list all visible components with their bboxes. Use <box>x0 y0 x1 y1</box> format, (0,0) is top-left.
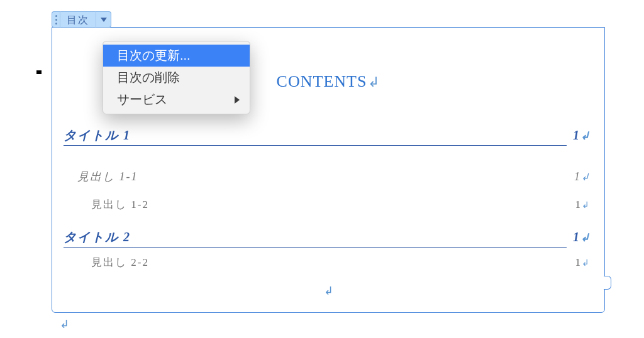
menu-item-services[interactable]: サービス <box>103 89 250 111</box>
toc-entry-page: 1 <box>574 170 580 183</box>
toc-entry-level2[interactable]: 見出し 1-1 1 ↲ <box>64 169 589 184</box>
toc-entry-level3[interactable]: 見出し 2-2 1 ↲ <box>64 255 589 270</box>
toc-entry-page: 1 <box>573 128 579 143</box>
return-mark-icon: ↲ <box>368 74 380 90</box>
chevron-right-icon <box>235 96 240 104</box>
paragraph-mark <box>36 70 42 74</box>
toc-entry-label: 見出し 1-1 <box>64 169 138 184</box>
return-mark-icon: ↲ <box>582 200 589 210</box>
chevron-down-icon <box>101 18 107 22</box>
toc-title: CONTENTS↲ <box>277 72 380 91</box>
toc-entry-page: 1 <box>575 199 581 211</box>
drag-handle-icon[interactable] <box>52 11 60 28</box>
toc-context-menu: 目次の更新... 目次の削除 サービス <box>103 41 250 114</box>
menu-item-update-toc[interactable]: 目次の更新... <box>103 45 250 67</box>
menu-item-label: 目次の更新... <box>117 48 191 62</box>
toc-entry-label: 見出し 2-2 <box>64 255 149 270</box>
toc-entry-page: 1 <box>573 230 579 244</box>
return-mark-icon: ↲ <box>580 231 589 244</box>
return-mark-icon: ↲ <box>582 258 589 268</box>
toc-entry-label: 見出し 1-2 <box>64 197 149 212</box>
return-mark-icon: ↲ <box>60 317 69 331</box>
toc-entry-level3[interactable]: 見出し 1-2 1 ↲ <box>64 197 589 212</box>
menu-item-remove-toc[interactable]: 目次の削除 <box>103 67 250 89</box>
return-mark-icon: ↲ <box>581 172 589 183</box>
toc-title-text: CONTENTS <box>277 72 367 90</box>
menu-item-label: サービス <box>117 92 167 106</box>
toc-entry-page: 1 <box>575 256 581 269</box>
menu-item-label: 目次の削除 <box>117 70 180 84</box>
toc-field-tab[interactable]: 目次 <box>52 11 111 28</box>
return-mark-icon: ↲ <box>580 129 589 143</box>
toc-entry-underline <box>64 247 567 248</box>
toc-entry-label: タイトル 2 <box>64 229 131 246</box>
toc-field-tab-label: 目次 <box>60 11 96 28</box>
toc-entry-label: タイトル 1 <box>64 127 131 144</box>
toc-entry-level1[interactable]: タイトル 2 1 ↲ <box>64 229 589 246</box>
return-mark-icon: ↲ <box>324 284 333 298</box>
toc-entry-underline <box>64 145 567 146</box>
toc-entry-level1[interactable]: タイトル 1 1 ↲ <box>64 127 589 144</box>
toc-field-menu-toggle[interactable] <box>96 11 111 28</box>
